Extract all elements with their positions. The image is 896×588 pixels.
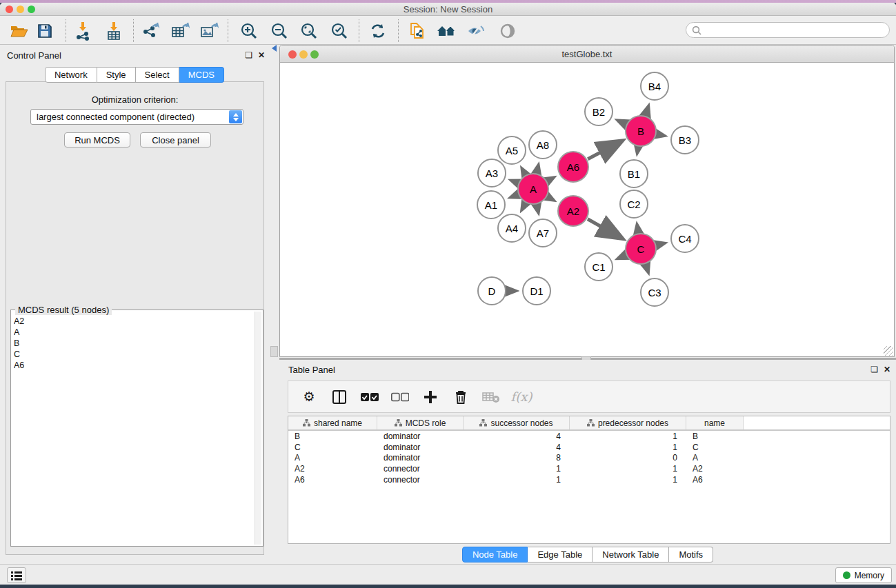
zoom-fit-icon[interactable] (297, 21, 321, 41)
zoom-out-icon[interactable] (268, 21, 291, 41)
float-table-panel-icon[interactable]: ❏ (870, 365, 878, 374)
hide-panel-icon[interactable] (464, 21, 488, 41)
cell-name[interactable]: C (686, 443, 744, 452)
edge-A-A2[interactable] (548, 197, 554, 201)
cell-successor-nodes[interactable]: 4 (464, 432, 570, 441)
tab-motifs[interactable]: Motifs (669, 547, 713, 562)
cell-MCDS-role[interactable]: dominator (377, 432, 464, 441)
edge-A-A6[interactable] (548, 177, 554, 181)
table-row[interactable]: Adominator80A (288, 453, 890, 464)
home-pages-icon[interactable] (435, 21, 458, 41)
graph-node-D[interactable]: D (477, 276, 506, 305)
edge-C-C3[interactable] (646, 265, 648, 273)
cell-shared-name[interactable]: B (288, 432, 377, 441)
result-scrollbar[interactable] (255, 312, 261, 545)
run-mcds-button[interactable]: Run MCDS (64, 132, 130, 148)
apply-layout-icon[interactable] (366, 21, 390, 41)
edge-C-C1[interactable] (618, 255, 626, 258)
cell-successor-nodes[interactable]: 4 (464, 443, 570, 452)
network-canvas[interactable]: B4B2BB3A8A5A6A3B1AC2A1A2A4A7C4CC1DD1C3 (281, 63, 893, 356)
result-item[interactable]: A6 (14, 360, 253, 371)
graph-node-B2[interactable]: B2 (584, 97, 613, 126)
column-panel-icon[interactable] (330, 389, 349, 405)
tab-style[interactable]: Style (97, 67, 136, 83)
cell-predecessor-nodes[interactable]: 1 (570, 464, 686, 474)
import-table-icon[interactable] (102, 21, 126, 41)
cell-successor-nodes[interactable]: 1 (464, 464, 570, 474)
graph-node-B1[interactable]: B1 (619, 159, 648, 188)
zoom-selected-icon[interactable] (328, 21, 351, 41)
edge-A-A5[interactable] (522, 168, 526, 174)
cell-shared-name[interactable]: A2 (288, 464, 377, 474)
save-session-icon[interactable] (33, 21, 57, 41)
tab-mcds[interactable]: MCDS (179, 67, 224, 83)
function-builder-icon[interactable]: f(x) (512, 389, 531, 404)
graph-node-A5[interactable]: A5 (497, 136, 526, 165)
graph-node-A4[interactable]: A4 (497, 214, 526, 243)
edge-A-A1[interactable] (510, 194, 517, 197)
cell-MCDS-role[interactable]: connector (377, 464, 464, 474)
result-item[interactable]: B (14, 338, 253, 349)
graph-node-C[interactable]: C (625, 233, 657, 265)
vertical-divider-grip[interactable] (270, 346, 278, 357)
column-header-name[interactable]: name (686, 416, 744, 429)
cell-predecessor-nodes[interactable]: 1 (570, 443, 686, 452)
cell-name[interactable]: B (686, 432, 744, 441)
edge-A-A7[interactable] (537, 205, 538, 212)
delete-column-icon[interactable] (451, 389, 470, 405)
float-panel-icon[interactable]: ❏ (245, 50, 252, 60)
mcds-result-list[interactable]: A2ABCA6 (14, 316, 253, 543)
cell-MCDS-role[interactable]: connector (377, 475, 464, 485)
close-panel-icon[interactable]: ✕ (258, 50, 265, 60)
table-row[interactable]: Cdominator41C (288, 442, 890, 453)
window-titlebar[interactable]: Session: New Session (0, 3, 896, 16)
edge-B-B1[interactable] (637, 148, 638, 154)
table-row[interactable]: A2connector11A2 (288, 463, 890, 474)
graph-node-D1[interactable]: D1 (522, 276, 551, 305)
table-row[interactable]: Bdominator41B (288, 431, 890, 442)
graph-node-B4[interactable]: B4 (640, 72, 669, 101)
graph-node-C3[interactable]: C3 (640, 278, 669, 307)
table-header-row[interactable]: shared nameMCDS rolesuccessor nodesprede… (288, 416, 890, 431)
graph-node-A[interactable]: A (517, 173, 549, 205)
result-item[interactable]: C (14, 349, 253, 360)
clone-network-icon[interactable] (406, 21, 429, 41)
cell-shared-name[interactable]: A (288, 453, 377, 463)
cell-shared-name[interactable]: A6 (288, 475, 377, 485)
tab-network[interactable]: Network (45, 67, 97, 83)
edge-A-A8[interactable] (537, 165, 538, 172)
cell-name[interactable]: A2 (686, 464, 744, 474)
add-column-icon[interactable] (421, 390, 440, 404)
tab-edge-table[interactable]: Edge Table (528, 547, 593, 562)
graph-node-B[interactable]: B (625, 115, 657, 147)
close-table-panel-icon[interactable]: ✕ (884, 365, 890, 374)
graph-node-B3[interactable]: B3 (670, 125, 699, 154)
cell-MCDS-role[interactable]: dominator (377, 453, 464, 463)
graph-node-A2[interactable]: A2 (557, 195, 589, 227)
column-header-successor-nodes[interactable]: successor nodes (464, 416, 570, 429)
cell-shared-name[interactable]: C (288, 443, 377, 452)
cell-name[interactable]: A6 (686, 475, 744, 485)
cell-predecessor-nodes[interactable]: 1 (570, 475, 686, 485)
edge-B-B2[interactable] (617, 121, 626, 124)
network-window-titlebar[interactable]: testGlobe.txt (280, 45, 894, 63)
edge-A6-B[interactable] (588, 141, 621, 159)
search-input[interactable] (686, 22, 890, 38)
cell-successor-nodes[interactable]: 1 (464, 475, 570, 485)
graph-node-C1[interactable]: C1 (584, 252, 613, 281)
result-item[interactable]: A (14, 327, 253, 338)
result-item[interactable]: A2 (14, 316, 253, 327)
open-file-icon[interactable] (7, 21, 30, 41)
export-image-icon[interactable] (197, 21, 221, 41)
show-eye-icon[interactable] (496, 21, 519, 41)
export-table-icon[interactable] (168, 21, 192, 41)
column-header-predecessor-nodes[interactable]: predecessor nodes (570, 416, 686, 429)
cell-successor-nodes[interactable]: 8 (464, 453, 570, 463)
task-history-button[interactable] (7, 567, 26, 583)
cell-name[interactable]: A (686, 453, 744, 463)
cell-MCDS-role[interactable]: dominator (377, 443, 464, 452)
cell-predecessor-nodes[interactable]: 0 (570, 453, 686, 463)
zoom-in-icon[interactable] (237, 21, 261, 41)
tab-node-table[interactable]: Node Table (462, 547, 528, 562)
graph-node-C4[interactable]: C4 (670, 224, 699, 253)
